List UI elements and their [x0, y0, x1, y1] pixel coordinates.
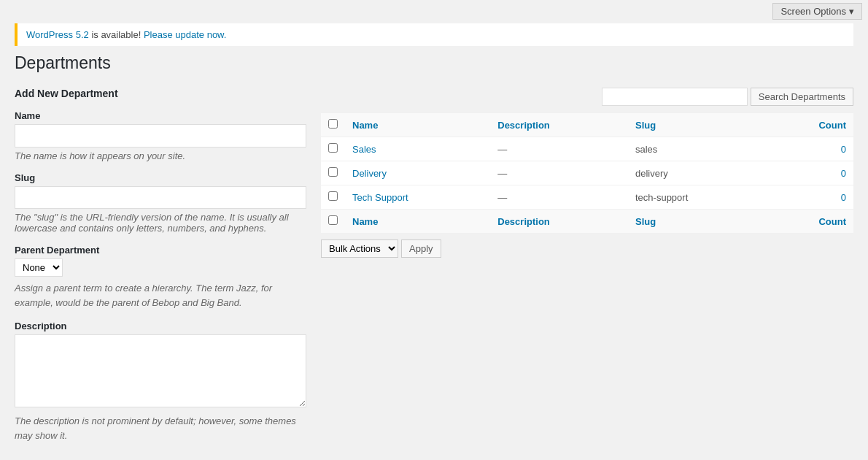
name-help: The name is how it appears on your site.: [15, 150, 306, 161]
apply-button[interactable]: Apply: [401, 239, 441, 258]
row-checkbox-cell: [321, 137, 345, 161]
row-name-cell: Tech Support: [345, 185, 490, 210]
row-description-cell: —: [490, 185, 628, 210]
row-count-cell: 0: [767, 185, 853, 210]
search-departments-button[interactable]: Search Departments: [751, 88, 853, 106]
header-checkbox-cell: [321, 113, 345, 137]
name-label: Name: [15, 110, 306, 121]
row-checkbox-cell: [321, 185, 345, 210]
row-name-link-2[interactable]: Tech Support: [352, 192, 408, 203]
search-input[interactable]: [602, 88, 748, 106]
col-header-slug-link[interactable]: Slug: [635, 120, 656, 131]
row-name-link-0[interactable]: Sales: [352, 144, 376, 155]
parent-label: Parent Department: [15, 245, 306, 256]
select-all-checkbox[interactable]: [328, 119, 338, 129]
screen-options-arrow: ▾: [849, 6, 854, 17]
table-body: Sales — sales 0 Delivery — delivery 0 Te…: [321, 137, 853, 210]
row-count-cell: 0: [767, 137, 853, 161]
footer-col-description-link[interactable]: Description: [497, 216, 550, 227]
slug-label: Slug: [15, 172, 306, 183]
update-version-link[interactable]: WordPress 5.2: [26, 29, 89, 40]
update-notice: WordPress 5.2 is available! Please updat…: [15, 23, 853, 46]
departments-table: Name Description Slug Count: [321, 113, 853, 234]
col-header-name: Name: [345, 113, 490, 137]
update-message: is available!: [91, 29, 144, 40]
footer-col-name: Name: [345, 210, 490, 234]
col-header-count: Count: [767, 113, 853, 137]
row-description-cell: —: [490, 137, 628, 161]
col-header-slug: Slug: [628, 113, 767, 137]
footer-col-name-link[interactable]: Name: [352, 216, 378, 227]
col-header-count-link[interactable]: Count: [818, 120, 846, 131]
select-all-footer-checkbox[interactable]: [328, 215, 338, 225]
col-header-name-link[interactable]: Name: [352, 120, 378, 131]
col-header-description: Description: [490, 113, 628, 137]
screen-options-bar: Screen Options ▾: [767, 0, 868, 23]
search-bar: Search Departments: [321, 88, 853, 106]
row-slug-cell: delivery: [628, 161, 767, 185]
description-label: Description: [15, 321, 306, 331]
footer-checkbox-cell: [321, 210, 345, 234]
screen-options-label: Screen Options: [780, 6, 846, 17]
row-checkbox-cell: [321, 161, 345, 185]
table-header-row: Name Description Slug Count: [321, 113, 853, 137]
row-checkbox-0[interactable]: [328, 143, 338, 153]
parent-select[interactable]: None: [15, 258, 63, 277]
row-checkbox-2[interactable]: [328, 191, 338, 201]
table-row: Delivery — delivery 0: [321, 161, 853, 185]
bulk-actions-select[interactable]: Bulk Actions Delete: [321, 239, 398, 258]
table-row: Sales — sales 0: [321, 137, 853, 161]
footer-col-count-link[interactable]: Count: [818, 216, 846, 227]
row-slug-cell: sales: [628, 137, 767, 161]
bulk-actions-row: Bulk Actions Delete Apply: [321, 239, 853, 258]
description-textarea[interactable]: [15, 334, 306, 407]
parent-group: Parent Department None Assign a parent t…: [15, 245, 306, 310]
slug-input[interactable]: [15, 186, 306, 210]
main-content: Add New Department Name The name is how …: [15, 88, 853, 460]
table-row: Tech Support — tech-support 0: [321, 185, 853, 210]
update-now-link[interactable]: Please update now.: [144, 29, 226, 40]
form-section: Add New Department Name The name is how …: [15, 88, 306, 460]
row-checkbox-1[interactable]: [328, 167, 338, 177]
row-slug-cell: tech-support: [628, 185, 767, 210]
slug-group: Slug The "slug" is the URL-friendly vers…: [15, 172, 306, 234]
name-input[interactable]: [15, 124, 306, 147]
table-footer-row: Name Description Slug Count: [321, 210, 853, 234]
screen-options-button[interactable]: Screen Options ▾: [772, 3, 862, 20]
row-name-cell: Delivery: [345, 161, 490, 185]
row-count-cell: 0: [767, 161, 853, 185]
row-description-cell: —: [490, 161, 628, 185]
footer-col-description: Description: [490, 210, 628, 234]
form-heading: Add New Department: [15, 88, 306, 99]
description-group: Description The description is not promi…: [15, 321, 306, 442]
footer-col-count: Count: [767, 210, 853, 234]
row-name-cell: Sales: [345, 137, 490, 161]
name-group: Name The name is how it appears on your …: [15, 110, 306, 161]
page-title: Departments: [15, 53, 853, 73]
parent-help: Assign a parent term to create a hierarc…: [15, 281, 306, 310]
row-name-link-1[interactable]: Delivery: [352, 168, 387, 179]
slug-help: The "slug" is the URL-friendly version o…: [15, 212, 306, 234]
footer-col-slug: Slug: [628, 210, 767, 234]
footer-col-slug-link[interactable]: Slug: [635, 216, 656, 227]
description-help: The description is not prominent by defa…: [15, 414, 306, 442]
add-department-form: Add New Department Name The name is how …: [15, 88, 306, 460]
col-header-description-link[interactable]: Description: [497, 120, 550, 131]
departments-table-panel: Search Departments Name Description Slug: [321, 88, 853, 460]
